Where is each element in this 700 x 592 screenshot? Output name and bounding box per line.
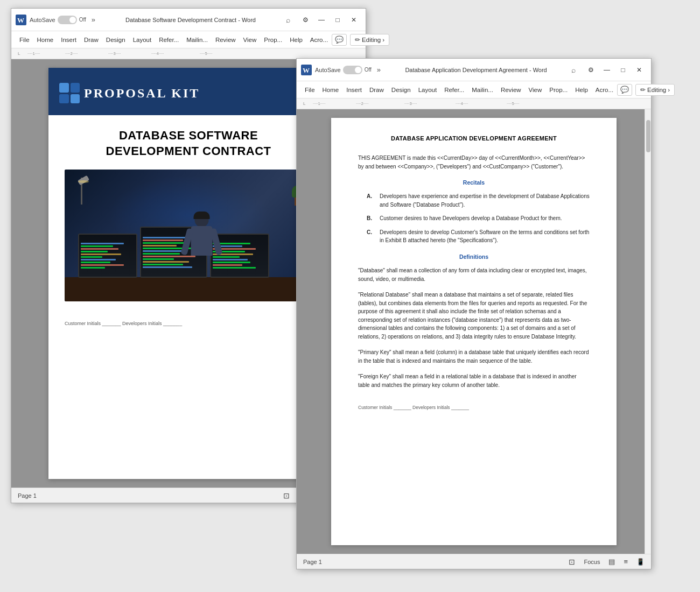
maximize-btn-front[interactable]: □: [615, 64, 631, 76]
expand-front[interactable]: »: [377, 66, 381, 74]
menu-home-front[interactable]: Home: [319, 84, 343, 95]
svg-text:W: W: [303, 66, 310, 74]
comment-btn-back[interactable]: 💬: [332, 34, 347, 46]
ruler-inner-back: L ·····1····· ·····2····· ·····3····· ··…: [11, 48, 366, 59]
monitor-left-code: [79, 235, 136, 277]
menu-prop-back[interactable]: Prop...: [260, 34, 286, 45]
menu-bar-back: File Home Insert Draw Design Layout Refe…: [11, 31, 366, 48]
cover-initials: Customer Initials _______ Developers Ini…: [48, 312, 328, 333]
page-num-front: Page 1: [303, 559, 322, 565]
monitor-left: [78, 234, 137, 278]
recital-b-text: Customer desires to have Developers deve…: [380, 214, 562, 223]
menu-insert-front[interactable]: Insert: [342, 84, 366, 95]
menu-acro-back[interactable]: Acro...: [306, 34, 332, 45]
code-l4: [81, 251, 108, 252]
menu-layout-back[interactable]: Layout: [129, 34, 156, 45]
scrollbar-thumb[interactable]: [646, 120, 650, 152]
menu-insert-back[interactable]: Insert: [57, 34, 80, 45]
search-icon-front[interactable]: ⌕: [568, 65, 579, 75]
toggle-knob-back: [69, 17, 76, 23]
recital-b: B. Customer desires to have Developers d…: [367, 214, 590, 223]
def-relational: "Relational Database" shall mean a datab…: [358, 291, 590, 341]
menu-ref-back[interactable]: Refer...: [155, 34, 183, 45]
code-l2: [81, 245, 113, 247]
lamp: [75, 178, 82, 205]
autosave-front: AutoSave Off: [315, 66, 372, 74]
menu-layout-front[interactable]: Layout: [415, 84, 441, 95]
window-title-back: Database Software Development Contract -…: [99, 17, 283, 23]
menu-design-front[interactable]: Design: [388, 84, 415, 95]
recital-c-letter: C.: [367, 228, 375, 245]
menu-acro-front[interactable]: Acro...: [592, 84, 617, 95]
menu-draw-back[interactable]: Draw: [80, 34, 102, 45]
title-bar-back: W AutoSave Off » Database Software Devel…: [11, 9, 366, 31]
menu-draw-front[interactable]: Draw: [366, 84, 388, 95]
autosave-toggle-back[interactable]: [58, 16, 77, 24]
toggle-knob-front: [355, 67, 361, 73]
doc-area-front[interactable]: DATABASE APPLICATION DEVELOPMENT AGREEME…: [297, 109, 651, 554]
menu-right-back: 💬 ✏ Editing ›: [332, 34, 389, 46]
cover-title: DATABASE SOFTWAREDEVELOPMENT CONTRACT: [48, 115, 328, 159]
comment-btn-front[interactable]: 💬: [617, 84, 632, 96]
cover-logo-text: PROPOSAL KIT: [84, 86, 200, 101]
autosave-state-back: Off: [79, 17, 86, 23]
layout-icon-front[interactable]: ▤: [608, 558, 615, 566]
focus-label-front[interactable]: Focus: [584, 559, 600, 565]
settings-icon-back[interactable]: ⚙: [298, 14, 313, 26]
menu-review-front[interactable]: Review: [497, 84, 525, 95]
menu-prop-front[interactable]: Prop...: [545, 84, 571, 95]
code-c2: [143, 239, 183, 241]
page-layout-icon-front[interactable]: ≡: [624, 558, 628, 566]
menu-ref-front[interactable]: Refer...: [440, 84, 468, 95]
menu-file-front[interactable]: File: [301, 84, 319, 95]
minimize-btn-front[interactable]: —: [599, 64, 614, 76]
recital-b-letter: B.: [367, 214, 375, 223]
pk-sq-4: [71, 94, 80, 104]
menu-mail-back[interactable]: Mailin...: [183, 34, 212, 45]
recitals-list: A. Developers have experience and expert…: [367, 192, 590, 245]
window-controls-back: ⚙ — □ ✕: [298, 14, 361, 26]
search-icon-back[interactable]: ⌕: [283, 15, 293, 25]
code-c6: [143, 250, 186, 252]
menu-view-front[interactable]: View: [525, 84, 546, 95]
menu-review-back[interactable]: Review: [212, 34, 240, 45]
read-icon-front[interactable]: ⊡: [569, 558, 575, 566]
scrollbar-vertical[interactable]: [645, 109, 651, 554]
autosave-toggle-front[interactable]: [343, 66, 362, 74]
code-c7: [143, 253, 180, 255]
recital-a-text: Developers have experience and expertise…: [380, 192, 590, 209]
close-btn-back[interactable]: ✕: [346, 14, 361, 26]
minimize-btn-back[interactable]: —: [314, 14, 329, 26]
cover-title-text: DATABASE SOFTWAREDEVELOPMENT CONTRACT: [65, 128, 312, 159]
proposal-kit-logo: PROPOSAL KIT: [59, 83, 318, 103]
code-l7: [81, 259, 116, 260]
editing-btn-front[interactable]: ✏ Editing ›: [635, 84, 675, 96]
mobile-icon-front[interactable]: 📱: [636, 558, 645, 566]
close-btn-front[interactable]: ✕: [632, 64, 647, 76]
autosave-state-front: Off: [365, 67, 372, 73]
def-primary-key: "Primary Key" shall mean a field (column…: [358, 348, 590, 365]
autosave-label-front: AutoSave: [315, 67, 341, 73]
menu-help-back[interactable]: Help: [286, 34, 306, 45]
status-right-front: ⊡ Focus ▤ ≡ 📱: [569, 558, 645, 566]
torso: [191, 226, 213, 256]
editing-btn-back[interactable]: ✏ Editing ›: [350, 34, 389, 46]
doc-main-title: DATABASE APPLICATION DEVELOPMENT AGREEME…: [358, 134, 590, 143]
menu-help-front[interactable]: Help: [571, 84, 592, 95]
menu-design-back[interactable]: Design: [102, 34, 129, 45]
menu-view-back[interactable]: View: [240, 34, 261, 45]
menu-mail-front[interactable]: Mailin...: [468, 84, 497, 95]
code-l6: [81, 256, 102, 258]
settings-icon-front[interactable]: ⚙: [583, 64, 598, 76]
expand-back[interactable]: »: [92, 16, 95, 24]
word-logo-front: W: [301, 65, 312, 75]
pk-sq-1: [59, 83, 69, 93]
doc-opening: THIS AGREEMENT is made this <<CurrentDay…: [358, 154, 590, 171]
maximize-btn-back[interactable]: □: [330, 14, 345, 26]
status-bar-front: Page 1 ⊡ Focus ▤ ≡ 📱: [297, 554, 651, 569]
menu-home-back[interactable]: Home: [33, 34, 58, 45]
title-bar-front: W AutoSave Off » Database Application De…: [297, 59, 651, 81]
person-body: [183, 213, 221, 278]
menu-file-back[interactable]: File: [16, 34, 33, 45]
read-icon-back[interactable]: ⊡: [283, 491, 290, 500]
